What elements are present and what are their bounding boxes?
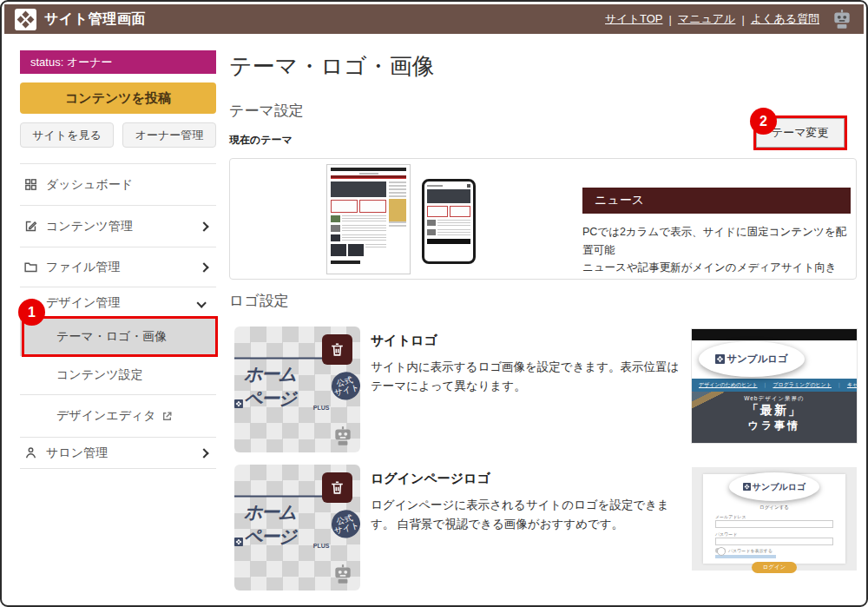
password-field	[715, 538, 833, 545]
preview-nav-bar: デザインのためのヒント ｜ プログラミングのヒント ｜ キャンペーン&セミナー	[692, 379, 857, 392]
app-logo-icon	[15, 9, 36, 30]
site-logo-title: サイトロゴ	[371, 333, 685, 349]
sidebar-menu: ダッシュボード コンテンツ管理 ファイル管理 デザイン管理	[20, 163, 216, 469]
official-site-badge: 公式 サイト	[329, 369, 360, 403]
email-label: メールアドレス	[715, 514, 833, 519]
brand-name: ホームページ	[244, 361, 312, 410]
page-title: テーマ・ロゴ・画像	[229, 51, 434, 82]
login-logo-title: ログインページロゴ	[371, 471, 685, 487]
theme-name-banner: ニュース	[582, 188, 851, 214]
sidebar: status: オーナー コンテンツを投稿 サイトを見る オーナー管理 ダッシュ…	[20, 50, 216, 469]
show-password-toggle	[715, 548, 726, 553]
view-site-button[interactable]: サイトを見る	[20, 122, 114, 148]
sidebar-subitem-label: テーマ・ロゴ・画像	[56, 329, 167, 345]
site-logo-image: + ホームページ PLUS 公式 サイト	[234, 361, 360, 410]
link-separator: |	[741, 13, 744, 26]
theme-preview-desktop	[326, 164, 411, 274]
sidebar-item-salon[interactable]: サロン管理	[20, 438, 216, 469]
chevron-right-icon	[199, 221, 208, 231]
sidebar-item-label: サロン管理	[46, 445, 108, 461]
sidebar-item-label: ダッシュボード	[46, 177, 133, 193]
brand-name: ホームページ	[244, 499, 312, 548]
link-separator: |	[668, 13, 671, 26]
official-site-badge: 公式 サイト	[329, 507, 360, 541]
edit-icon	[23, 219, 38, 234]
site-logo-preview: サンプルロゴ デザインのためのヒント ｜ プログラミングのヒント ｜ キャンペー…	[692, 329, 857, 443]
robot-help-icon[interactable]	[831, 8, 853, 30]
brand-mark-icon	[234, 535, 243, 548]
theme-description-line1: PCでは2カラムで表示、サイドに固定コンテンツを配置可能	[582, 223, 852, 259]
sample-brand-mark-icon	[743, 483, 751, 491]
link-manual[interactable]: マニュアル	[678, 11, 736, 27]
chevron-right-icon	[199, 262, 208, 272]
sidebar-item-files[interactable]: ファイル管理	[20, 247, 216, 287]
sidebar-subitem-design-editor[interactable]: デザインエディタ	[20, 395, 216, 438]
login-logo-info: ログインページロゴ ログインページに表示されるサイトのロゴを設定できます。 白背…	[371, 471, 685, 535]
status-badge: status: オーナー	[20, 50, 216, 74]
preview-hero: Webデザイン業界の 「最新」 ウラ事情	[692, 392, 857, 443]
theme-description-line2: ニュースや記事更新がメインのメディアサイト向き	[582, 259, 852, 277]
sample-logo-highlight: サンプルロゴ	[729, 472, 819, 501]
app-header: サイト管理画面 サイトTOP | マニュアル | よくある質問	[4, 4, 864, 34]
show-password-label: パスワードを表示する	[728, 548, 773, 553]
brand-mark-icon	[234, 397, 243, 410]
trash-icon	[329, 479, 345, 496]
login-logo-thumbnail: + ホームページ PLUS 公式 サイト	[234, 465, 360, 591]
sidebar-subitem-label: デザインエディタ	[56, 408, 156, 424]
owner-manage-button[interactable]: オーナー管理	[122, 122, 216, 148]
sidebar-item-content[interactable]: コンテンツ管理	[20, 205, 216, 247]
forgot-password-link	[715, 555, 776, 558]
sample-logo-text: サンプルロゴ	[727, 353, 788, 366]
sidebar-subitem-label: コンテンツ設定	[56, 367, 143, 383]
admin-screen: サイト管理画面 サイトTOP | マニュアル | よくある質問 status: …	[0, 0, 868, 607]
app-title: サイト管理画面	[44, 10, 146, 29]
link-faq[interactable]: よくある質問	[751, 11, 819, 27]
external-link-icon	[161, 411, 173, 422]
link-site-top[interactable]: サイトTOP	[605, 11, 662, 27]
site-logo-info: サイトロゴ サイト内に表示するロゴ画像を設定できます。表示位置はテーマによって異…	[371, 333, 685, 397]
current-theme-label: 現在のテーマ	[229, 133, 293, 148]
sample-brand-mark-icon	[715, 354, 725, 364]
sample-logo-highlight: サンプルロゴ	[699, 341, 805, 377]
post-content-button[interactable]: コンテンツを投稿	[20, 82, 216, 114]
login-logo-image: + ホームページ PLUS 公式 サイト	[234, 499, 360, 548]
sidebar-item-label: コンテンツ管理	[46, 219, 133, 234]
sample-logo-text: サンプルロゴ	[753, 481, 806, 493]
theme-description: PCでは2カラムで表示、サイドに固定コンテンツを配置可能 ニュースや記事更新がメ…	[582, 223, 852, 277]
sidebar-subitem-theme-logo-image[interactable]: テーマ・ロゴ・画像	[20, 318, 216, 356]
password-label: パスワード	[715, 531, 833, 537]
sidebar-subitem-content-settings[interactable]: コンテンツ設定	[20, 356, 216, 395]
logo-section-title: ロゴ設定	[229, 291, 289, 311]
sidebar-item-label: ファイル管理	[46, 260, 120, 275]
folder-icon	[23, 260, 38, 274]
email-field	[715, 520, 833, 528]
robot-watermark-icon	[332, 563, 354, 585]
annotation-step-1: 1	[18, 299, 45, 326]
theme-section-title: テーマ設定	[229, 101, 304, 121]
header-links: サイトTOP | マニュアル | よくある質問	[605, 8, 853, 30]
brand-plus: PLUS	[313, 404, 330, 410]
sidebar-item-dashboard[interactable]: ダッシュボード	[20, 163, 216, 205]
site-logo-thumbnail: + ホームページ PLUS 公式 サイト	[234, 327, 360, 452]
dashboard-icon	[23, 177, 38, 192]
delete-site-logo-button[interactable]	[322, 334, 352, 365]
robot-watermark-icon	[332, 425, 354, 447]
sidebar-item-design[interactable]: デザイン管理	[20, 287, 216, 318]
login-heading: ログインする	[715, 505, 833, 511]
trash-icon	[329, 341, 345, 358]
annotation-step-2: 2	[750, 108, 777, 135]
chevron-right-icon	[199, 448, 208, 458]
brand-plus: PLUS	[313, 542, 330, 548]
person-icon	[23, 445, 38, 460]
login-logo-preview: サンプルロゴ ログインする メールアドレス パスワード パスワードを表示する ロ…	[692, 467, 857, 571]
sidebar-item-label: デザイン管理	[46, 295, 120, 311]
current-theme-card: ニュース PCでは2カラムで表示、サイドに固定コンテンツを配置可能 ニュースや記…	[229, 158, 857, 280]
login-logo-description: ログインページに表示されるサイトのロゴを設定できます。 白背景で視認できる画像が…	[371, 496, 685, 535]
delete-login-logo-button[interactable]	[322, 472, 352, 503]
chevron-down-icon	[197, 298, 207, 307]
theme-preview-mobile	[422, 179, 476, 264]
login-button: ログイン	[752, 562, 797, 573]
site-logo-description: サイト内に表示するロゴ画像を設定できます。表示位置はテーマによって異なります。	[371, 358, 685, 397]
